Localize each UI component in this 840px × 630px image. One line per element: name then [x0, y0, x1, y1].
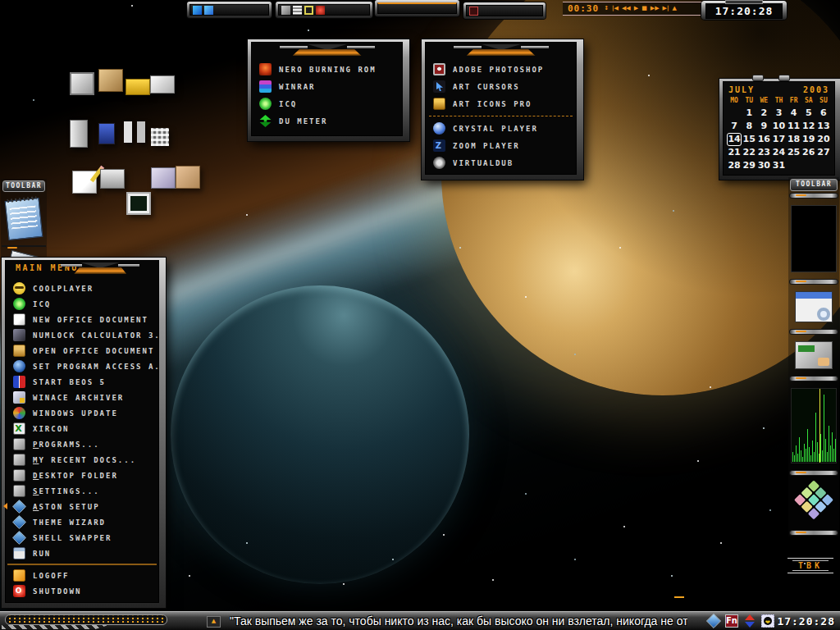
player-icon[interactable]	[469, 7, 478, 16]
calendar-day[interactable]: 19	[801, 133, 816, 146]
traffic-graph[interactable]	[790, 383, 838, 468]
expand-arrow-icon[interactable]: ▲	[207, 616, 221, 628]
toolbar-segment[interactable]	[463, 2, 546, 19]
calendar-day[interactable]: 15	[742, 133, 756, 146]
volume-icon[interactable]: ↕	[604, 3, 609, 14]
menu-item[interactable]: NERO BURNING ROM	[252, 61, 402, 78]
calendar-day[interactable]: 16	[756, 133, 771, 146]
menu-item[interactable]: OPEN OFFICE DOCUMENT	[6, 343, 158, 358]
calendar-day[interactable]: 22	[742, 146, 756, 159]
media-icon[interactable]	[316, 6, 325, 15]
cd-writer-icon[interactable]	[126, 79, 150, 95]
menu-item[interactable]: ART CURSORS	[426, 78, 576, 95]
calendar-day[interactable]: 3	[771, 107, 786, 120]
calendar-day[interactable]: 9	[756, 120, 771, 133]
menu-item[interactable]: NEW OFFICE DOCUMENT	[6, 312, 158, 327]
toolbar-segment[interactable]	[187, 2, 272, 18]
menu-item[interactable]: RUN	[6, 546, 158, 561]
desk-icon[interactable]	[98, 69, 123, 92]
tower-case-icon[interactable]	[70, 120, 88, 148]
calendar-day[interactable]: 28	[727, 159, 742, 172]
printer-icon[interactable]	[100, 169, 125, 189]
menu-item[interactable]: ADOBE PHOTOSHOP	[426, 61, 576, 78]
toolbar-segment[interactable]	[276, 2, 372, 18]
menu-item[interactable]: START BEOS 5	[6, 374, 158, 390]
calendar-day[interactable]: 6	[816, 107, 831, 120]
menu-item[interactable]: XIRCON	[6, 421, 158, 436]
menu-item[interactable]: COOLPLAYER	[6, 281, 158, 296]
rewind-icon[interactable]: ◀◀	[622, 3, 631, 14]
menu-item[interactable]: DESKTOP FOLDER	[6, 468, 158, 483]
menu-item[interactable]: ICQ	[252, 95, 402, 112]
menu-item[interactable]: MY RECENT DOCS...	[6, 452, 158, 468]
menu-item[interactable]: ASTON SETUP	[6, 499, 158, 514]
menu-item[interactable]: CRYSTAL PLAYER	[426, 120, 576, 137]
calendar-day[interactable]: 2	[756, 107, 771, 120]
menu-item[interactable]: WINDOWS UPDATE	[6, 405, 158, 421]
calendar-day[interactable]: 4	[787, 107, 801, 120]
calendar-day[interactable]: 5	[801, 107, 816, 120]
fax-icon[interactable]	[151, 167, 176, 189]
notepad-icon[interactable]	[2, 194, 45, 244]
stop-icon[interactable]: ■	[641, 3, 647, 14]
menu-item[interactable]: NUMLOCK CALCULATOR 3.2	[6, 327, 158, 343]
search-tool-icon[interactable]	[790, 286, 838, 327]
notes-icon[interactable]	[293, 6, 302, 15]
frame-icon[interactable]	[304, 6, 313, 15]
calendar-day[interactable]: 25	[787, 146, 801, 159]
winamp-icon[interactable]	[281, 6, 290, 15]
du-meter-tray-icon[interactable]	[743, 614, 756, 628]
network-icon[interactable]	[124, 121, 145, 143]
pencil-icon[interactable]	[72, 171, 97, 194]
play-icon[interactable]: ▶	[634, 3, 638, 14]
calendar-day[interactable]: 20	[816, 133, 831, 146]
calendar-day[interactable]: 29	[742, 159, 756, 172]
calendar-day[interactable]: 18	[787, 133, 801, 146]
calendar-day[interactable]: 30	[756, 159, 771, 172]
menu-item[interactable]: SHUTDOWN	[6, 583, 158, 599]
calendar-day[interactable]: 10	[771, 120, 786, 133]
menu-item[interactable]: WINRAR	[252, 78, 402, 95]
external-drive-icon[interactable]	[150, 75, 175, 94]
aston-tray-icon[interactable]	[706, 614, 721, 628]
calendar-day[interactable]: 14	[727, 133, 742, 146]
calendar-day[interactable]: 13	[816, 120, 831, 133]
calendar-day[interactable]: 11	[787, 120, 801, 133]
toolbar-segment[interactable]	[375, 0, 459, 16]
display-panel[interactable]	[790, 200, 838, 277]
palette-tool-icon[interactable]	[790, 477, 838, 528]
calendar-day[interactable]: 27	[816, 146, 831, 159]
next-icon[interactable]: ▶|	[663, 3, 669, 14]
calendar-day[interactable]: 12	[801, 120, 816, 133]
menu-item[interactable]: THEME WIZARD	[6, 514, 158, 530]
batman-tray-icon[interactable]	[761, 614, 774, 628]
messenger-icon[interactable]	[193, 6, 202, 15]
trap-tool-icon[interactable]	[790, 336, 838, 374]
tray-clock[interactable]: 17:20:28	[777, 614, 835, 628]
cube-icon[interactable]	[151, 128, 169, 146]
calendar-day[interactable]: 17	[771, 133, 786, 146]
menu-item[interactable]: ZOOM PLAYER	[426, 137, 576, 154]
calendar-day[interactable]: 23	[756, 146, 771, 159]
forward-icon[interactable]: ▶▶	[651, 3, 660, 14]
calendar-day[interactable]: 26	[801, 146, 816, 159]
menu-item[interactable]: SET PROGRAM ACCESS A...	[6, 358, 158, 374]
calendar-day[interactable]: 1	[742, 107, 756, 120]
pc-mouse-icon[interactable]	[98, 123, 115, 144]
menu-item[interactable]: WINACE ARCHIVER	[6, 390, 158, 405]
terminal-icon[interactable]	[126, 192, 151, 215]
previous-icon[interactable]: |◀	[612, 3, 619, 14]
menu-item[interactable]: PROGRAMS...	[6, 436, 158, 452]
menu-item[interactable]: SHELL SWAPPER	[6, 530, 158, 546]
keyboard-layout-indicator[interactable]: Fn	[725, 614, 738, 628]
calendar-day[interactable]: 8	[742, 120, 756, 133]
menu-item[interactable]: ICQ	[6, 296, 158, 312]
menu-item[interactable]: ART ICONS PRO	[426, 95, 576, 112]
explorer-icon[interactable]	[204, 6, 213, 15]
calendar-day[interactable]: 7	[727, 120, 742, 133]
eject-icon[interactable]: ▲	[672, 3, 676, 14]
paper-bag-icon[interactable]	[176, 166, 200, 189]
calendar-day[interactable]: 31	[771, 159, 786, 172]
menu-item[interactable]: SETTINGS...	[6, 483, 158, 499]
crt-monitor-icon[interactable]	[70, 72, 94, 95]
